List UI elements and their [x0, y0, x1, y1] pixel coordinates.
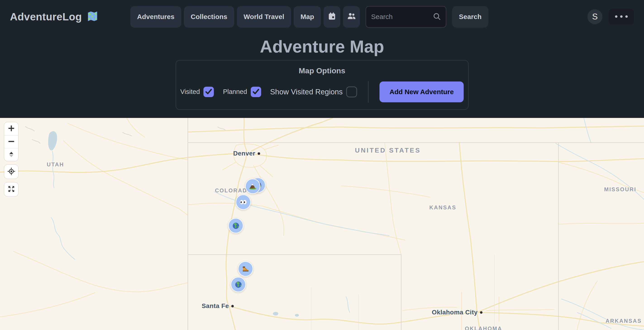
world-map-icon: [86, 10, 99, 23]
mountain-emoji: [248, 182, 257, 191]
fullscreen-button[interactable]: [4, 182, 18, 196]
toggle-show-visited-regions[interactable]: Show Visited Regions: [270, 86, 357, 97]
globe-emoji: [234, 280, 242, 289]
checkbox[interactable]: [251, 87, 261, 97]
city-dot: [480, 311, 482, 314]
map-controls: [4, 122, 18, 196]
state-label-utah: UTAH: [47, 162, 64, 168]
fullscreen-icon: [8, 185, 15, 194]
search-input[interactable]: [371, 13, 432, 21]
map-options-card: Map Options Visited Planned Show Visited…: [176, 60, 469, 110]
calendar-icon: [327, 11, 337, 22]
city-label-denver: Denver: [233, 150, 260, 157]
city-dot: [231, 305, 234, 307]
more-menu-button[interactable]: [609, 9, 634, 25]
state-label-oklahoma: OKLAHOMA: [465, 326, 502, 330]
add-new-adventure-button[interactable]: Add New Adventure: [380, 82, 464, 102]
navbar: AdventureLog AdventuresCollectionsWorld …: [0, 0, 644, 34]
boot-marker[interactable]: [238, 261, 253, 276]
geolocate-icon: [7, 167, 16, 176]
minus-icon: [8, 138, 15, 146]
checkbox[interactable]: [204, 87, 214, 97]
city-label-santa-fe: Santa Fe: [202, 302, 234, 310]
logo[interactable]: AdventureLog: [10, 10, 99, 23]
zoom-in-button[interactable]: [4, 122, 18, 135]
nav-link-adventures[interactable]: Adventures: [130, 6, 181, 28]
pitch-toggle-button[interactable]: [4, 148, 18, 161]
users-icon: [347, 11, 356, 22]
globe-marker[interactable]: [230, 277, 246, 292]
state-label-kansas: KANSAS: [429, 204, 456, 211]
pitch-icon: [8, 151, 15, 159]
nav-link-map[interactable]: Map: [294, 6, 321, 28]
plus-icon: [8, 124, 15, 133]
globe-emoji: [232, 222, 240, 230]
toggle-visited[interactable]: Visited: [180, 87, 214, 97]
avatar[interactable]: S: [588, 9, 602, 24]
globe-marker[interactable]: [228, 218, 244, 233]
options-divider: [368, 81, 368, 102]
boot-emoji: [241, 264, 250, 274]
state-label-arkansas: ARKANSAS: [606, 318, 642, 324]
eyes-marker[interactable]: [236, 194, 251, 210]
logo-text: AdventureLog: [10, 11, 82, 23]
state-label-missouri: MISSOURI: [604, 186, 636, 192]
geolocate-button[interactable]: [4, 165, 18, 178]
country-label-united-states: UNITED STATES: [355, 147, 421, 154]
map-canvas[interactable]: Denver Santa Fe Oklahoma City UTAHCOLORA…: [0, 118, 644, 330]
nav-right: S: [588, 9, 634, 25]
eyes-emoji: [239, 198, 248, 207]
mountain-marker[interactable]: [245, 178, 260, 194]
zoom-control-group: [4, 122, 18, 161]
city-dot: [258, 152, 260, 155]
toggle-planned[interactable]: Planned: [223, 87, 261, 97]
map-options-row: Visited Planned Show Visited Regions Add…: [176, 81, 468, 102]
page-title: Adventure Map: [0, 37, 644, 56]
checkbox[interactable]: [346, 86, 357, 97]
map-tiles: [0, 118, 644, 330]
city-label-oklahoma-city: Oklahoma City: [432, 309, 482, 316]
map-options-title: Map Options: [176, 66, 468, 75]
header: AdventureLog AdventuresCollectionsWorld …: [0, 0, 644, 110]
check-icon: [252, 87, 260, 97]
check-icon: [204, 87, 213, 97]
nav-link-collections[interactable]: Collections: [184, 6, 234, 28]
toggle-label: Planned: [223, 88, 247, 96]
users-button[interactable]: [343, 6, 360, 28]
toggle-label: Show Visited Regions: [270, 88, 342, 96]
nav-link-world-travel[interactable]: World Travel: [237, 6, 291, 28]
zoom-out-button[interactable]: [4, 135, 18, 148]
adventurelog-app: AdventureLog AdventuresCollectionsWorld …: [0, 0, 644, 330]
nav-group: AdventuresCollectionsWorld TravelMap Sea…: [130, 6, 488, 28]
calendar-button[interactable]: [324, 6, 340, 28]
toggle-label: Visited: [180, 88, 200, 96]
search-box[interactable]: [366, 6, 446, 28]
search-icon: [432, 12, 441, 22]
ellipsis-icon: [614, 15, 628, 19]
search-button[interactable]: Search: [452, 6, 488, 28]
